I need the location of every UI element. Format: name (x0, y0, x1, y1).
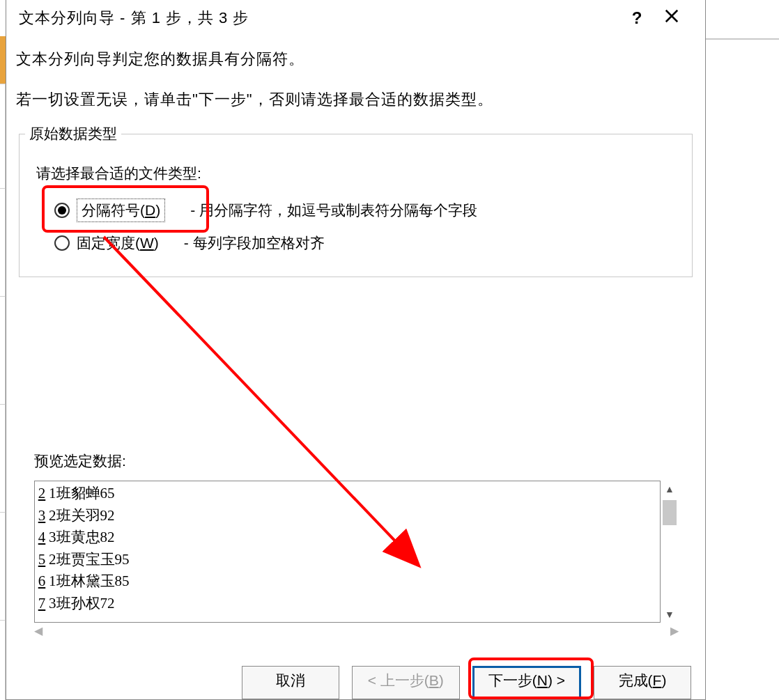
grid-line (0, 188, 6, 189)
btn-part: ) > (548, 672, 565, 688)
text-to-columns-wizard-dialog: 文本分列向导 - 第 1 步，共 3 步 ? 文本分列向导判定您的数据具有分隔符… (6, 0, 706, 700)
grid-line (0, 296, 6, 297)
group-legend: 原始数据类型 (25, 124, 121, 143)
btn-part: 下一步( (488, 672, 537, 688)
line-text: 3班孙权72 (49, 593, 115, 615)
line-number: 2 (36, 483, 47, 505)
btn-part: 完成( (619, 672, 653, 688)
desc-text: 每列字段加空格对齐 (193, 235, 325, 251)
grid-line (0, 84, 6, 84)
scroll-down-icon[interactable]: ▼ (665, 609, 674, 620)
preview-label: 预览选定数据: (34, 451, 695, 471)
line-number: 4 (36, 527, 47, 549)
line-text: 1班林黛玉85 (49, 570, 130, 593)
original-data-type-group: 原始数据类型 请选择最合适的文件类型: 分隔符号(D) - 用分隔字符，如逗号或… (19, 134, 693, 277)
radio-delimited-desc: - 用分隔字符，如逗号或制表符分隔每个字段 (190, 201, 477, 220)
label-part: ) (155, 202, 160, 218)
list-item: 73班孙权72 (36, 593, 658, 615)
close-icon (664, 8, 679, 24)
scroll-left-icon[interactable]: ◀ (34, 624, 43, 637)
finish-button[interactable]: 完成(F) (594, 666, 691, 699)
radio-icon (54, 235, 70, 251)
back-button[interactable]: < 上一步(B) (352, 666, 460, 699)
ribbon-separator (706, 38, 779, 40)
radio-icon (54, 203, 70, 218)
preview-area: 21班貂蝉65 32班关羽92 43班黄忠82 52班贾宝玉95 61班林黛玉8… (34, 481, 679, 623)
intro-text-1: 文本分列向导判定您的数据具有分隔符。 (16, 49, 695, 70)
close-button[interactable] (651, 8, 693, 28)
grid-line (0, 512, 6, 513)
next-button[interactable]: 下一步(N) > (472, 666, 581, 699)
line-text: 3班黄忠82 (49, 527, 115, 549)
radio-fixed-width-desc: - 每列字段加空格对齐 (184, 233, 325, 253)
line-text: 1班貂蝉65 (49, 483, 115, 505)
intro-text-2: 若一切设置无误，请单击"下一步"，否则请选择最合适的数据类型。 (16, 89, 695, 110)
list-item: 32班关羽92 (36, 505, 658, 527)
dialog-button-row: 取消 < 上一步(B) 下一步(N) > 完成(F) (6, 666, 705, 699)
btn-part: < 上一步( (368, 672, 429, 688)
list-item: 52班贾宝玉95 (36, 549, 658, 571)
btn-part: ) (661, 672, 666, 688)
titlebar: 文本分列向导 - 第 1 步，共 3 步 ? (6, 0, 705, 36)
scroll-thumb[interactable] (663, 500, 677, 525)
radio-fixed-width-row[interactable]: 固定宽度(W) - 每列字段加空格对齐 (54, 233, 681, 253)
dash: - (184, 235, 193, 251)
background-area (706, 0, 779, 700)
radio-fixed-width-label: 固定宽度(W) (77, 233, 159, 253)
line-number: 5 (36, 549, 47, 571)
grid-line (0, 404, 6, 405)
list-item: 21班貂蝉65 (36, 483, 658, 505)
sheet-gutter (0, 36, 6, 700)
btn-accel: N (537, 672, 548, 688)
btn-part: ) (439, 672, 444, 688)
btn-accel: F (653, 672, 662, 688)
label-part: 分隔符号( (82, 202, 145, 218)
grid-line (0, 620, 6, 621)
label-accel: W (140, 235, 154, 251)
line-text: 2班关羽92 (49, 505, 115, 527)
dialog-title: 文本分列向导 - 第 1 步，共 3 步 (19, 8, 623, 29)
sheet-selected-cell-edge (0, 36, 6, 84)
dash: - (190, 202, 199, 218)
line-number: 6 (36, 570, 47, 593)
btn-accel: B (429, 672, 439, 688)
cancel-button[interactable]: 取消 (242, 666, 339, 699)
line-number: 7 (36, 593, 47, 615)
help-button[interactable]: ? (623, 8, 651, 28)
label-accel: D (145, 202, 155, 218)
label-part: ) (154, 235, 159, 251)
dialog-content: 文本分列向导判定您的数据具有分隔符。 若一切设置无误，请单击"下一步"，否则请选… (6, 36, 705, 637)
list-item: 43班黄忠82 (36, 527, 658, 549)
desc-text: 用分隔字符，如逗号或制表符分隔每个字段 (199, 202, 477, 218)
scroll-up-icon[interactable]: ▲ (665, 483, 674, 495)
radio-checked-dot (58, 206, 66, 215)
label-part: 固定宽度( (77, 235, 140, 251)
line-text: 2班贾宝玉95 (49, 549, 130, 571)
line-number: 3 (36, 505, 47, 527)
horizontal-scrollbar[interactable]: ◀ ▶ (34, 624, 679, 637)
scroll-right-icon[interactable]: ▶ (670, 624, 679, 637)
group-subtitle: 请选择最合适的文件类型: (36, 164, 681, 183)
radio-delimited-label: 分隔符号(D) (77, 199, 165, 222)
preview-box: 21班貂蝉65 32班关羽92 43班黄忠82 52班贾宝玉95 61班林黛玉8… (34, 481, 661, 623)
radio-delimited-row[interactable]: 分隔符号(D) - 用分隔字符，如逗号或制表符分隔每个字段 (54, 199, 681, 222)
list-item: 61班林黛玉85 (36, 570, 658, 593)
vertical-scrollbar[interactable]: ▲ ▼ (661, 481, 679, 623)
